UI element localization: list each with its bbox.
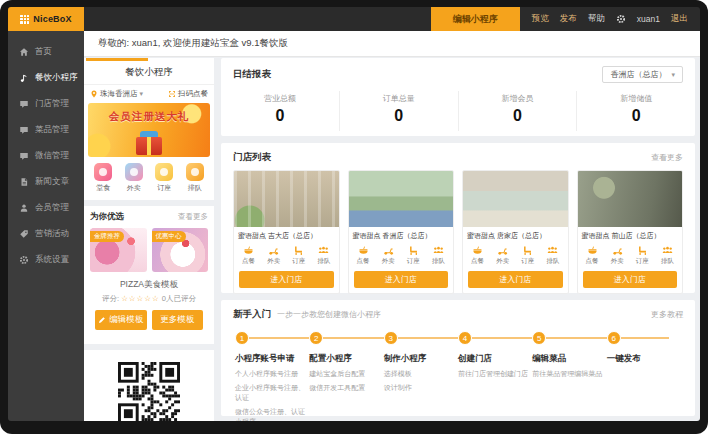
scan-order-button[interactable]: 扫码点餐 <box>168 89 208 99</box>
sidebar-item-news-articles[interactable]: 新闻文章 <box>8 169 84 195</box>
service-queue[interactable]: 排队 <box>432 245 445 266</box>
enter-store-button[interactable]: 进入门店 <box>354 271 449 288</box>
sidebar-item-label: 营销活动 <box>35 228 69 240</box>
sidebar-item-dish-management[interactable]: 菜品管理 <box>8 117 84 143</box>
gift-box-icon <box>136 137 162 155</box>
sidebar-item-store-management[interactable]: 门店管理 <box>8 91 84 117</box>
edit-miniprogram-button[interactable]: 编辑小程序 <box>431 7 520 31</box>
nav-dine-in[interactable]: 堂食 <box>94 163 112 193</box>
nav-label: 订座 <box>157 183 171 193</box>
sidebar-item-home[interactable]: 首页 <box>8 39 84 65</box>
publish-link[interactable]: 发布 <box>560 13 577 25</box>
sidebar: 首页 餐饮小程序 门店管理 菜品管理 微信管理 新闻文章 会员管理 营销活动 系… <box>8 31 84 421</box>
more-tutorials-link[interactable]: 更多教程 <box>651 309 683 320</box>
step-title: 配置小程序 <box>309 353 383 365</box>
service-reserve[interactable]: 订座 <box>292 245 305 266</box>
service-order[interactable]: 点餐 <box>471 245 484 266</box>
sidebar-item-marketing[interactable]: 营销活动 <box>8 221 84 247</box>
gear-icon[interactable] <box>616 14 626 24</box>
sidebar-item-label: 菜品管理 <box>35 124 69 136</box>
service-takeout[interactable]: 外卖 <box>611 245 624 266</box>
picks-more-link[interactable]: 查看更多 <box>178 212 208 222</box>
enter-store-button[interactable]: 进入门店 <box>239 271 334 288</box>
news-icon <box>19 177 29 187</box>
username[interactable]: xuan1 <box>637 14 660 24</box>
store-card: 蜜语甜点 吉大店（总店） 点餐 外卖 订座 排队 进入门店 <box>233 170 340 294</box>
step-item[interactable]: 前往菜品管理编辑菜品 <box>532 369 606 379</box>
sidebar-item-restaurant-miniprogram[interactable]: 餐饮小程序 <box>8 65 84 91</box>
step-item[interactable]: 企业小程序账号注册、认证 <box>235 383 309 403</box>
step-title: 小程序账号申请 <box>235 353 309 365</box>
service-reserve[interactable]: 订座 <box>407 245 420 266</box>
store-card: 蜜语甜点 唐家店（总店） 点餐 外卖 订座 排队 进入门店 <box>462 170 569 294</box>
service-queue[interactable]: 排队 <box>661 245 674 266</box>
getting-started-card: 新手入门一步一步教您创建微信小程序 更多教程 1 小程序账号申请 个人小程序账号… <box>221 300 695 416</box>
star-icons[interactable]: ☆☆☆☆☆ <box>121 294 160 303</box>
service-reserve[interactable]: 订座 <box>636 245 649 266</box>
step-item[interactable]: 设计制作 <box>384 383 458 393</box>
preview-link[interactable]: 预览 <box>532 13 549 25</box>
chevron-down-icon: ▾ <box>671 71 675 79</box>
service-order[interactable]: 点餐 <box>586 245 599 266</box>
grid-icon <box>20 15 29 24</box>
nav-takeout[interactable]: 外卖 <box>125 163 143 193</box>
service-order[interactable]: 点餐 <box>242 245 255 266</box>
service-takeout[interactable]: 外卖 <box>496 245 509 266</box>
step-item[interactable]: 建站宝盒后台配置 <box>309 369 383 379</box>
store-name: 蜜语甜点 唐家店（总店） <box>463 227 568 243</box>
store-location-selector[interactable]: 珠海香洲店 ▾ <box>90 89 143 99</box>
nav-label: 外卖 <box>127 183 141 193</box>
sidebar-item-label: 微信管理 <box>35 150 69 162</box>
store-name: 蜜语甜点 香洲店（总店） <box>349 227 454 243</box>
nav-label: 堂食 <box>96 183 110 193</box>
chevron-down-icon: ▾ <box>140 90 144 98</box>
help-link[interactable]: 帮助 <box>588 13 605 25</box>
seat-icon <box>637 245 648 256</box>
sidebar-item-label: 门店管理 <box>35 98 69 110</box>
app-window: NiceBoX 编辑小程序 预览 发布 帮助 xuan1 退出 首页 餐饮小程序… <box>8 7 700 421</box>
sidebar-item-member-management[interactable]: 会员管理 <box>8 195 84 221</box>
step-item[interactable]: 微信公众号注册、认证小程序 <box>235 407 309 421</box>
service-queue[interactable]: 排队 <box>546 245 559 266</box>
sidebar-item-wechat-management[interactable]: 微信管理 <box>8 143 84 169</box>
more-templates-button[interactable]: 更多模板 <box>152 310 204 330</box>
scooter-icon <box>497 245 508 256</box>
step-item[interactable]: 前往门店管理创建门店 <box>458 369 532 379</box>
store-select-dropdown[interactable]: 香洲店（总店） ▾ <box>602 66 683 83</box>
store-icon <box>19 99 29 109</box>
service-takeout[interactable]: 外卖 <box>382 245 395 266</box>
stores-more-link[interactable]: 查看更多 <box>651 152 683 163</box>
scooter-icon <box>612 245 623 256</box>
brand-logo[interactable]: NiceBoX <box>8 7 84 31</box>
service-queue[interactable]: 排队 <box>317 245 330 266</box>
service-order[interactable]: 点餐 <box>357 245 370 266</box>
scooter-icon <box>383 245 394 256</box>
miniprogram-icon <box>19 73 29 83</box>
edit-template-button[interactable]: 编辑模板 <box>95 310 147 330</box>
logout-link[interactable]: 退出 <box>671 13 688 25</box>
step-title: 一键发布 <box>607 353 681 365</box>
rating-count: 0人已评分 <box>162 294 196 303</box>
enter-store-button[interactable]: 进入门店 <box>583 271 678 288</box>
nav-queue[interactable]: 排队 <box>186 163 204 193</box>
sidebar-item-settings[interactable]: 系统设置 <box>8 247 84 273</box>
promo-banner[interactable]: 会员注册送大礼 <box>88 103 210 157</box>
step-item[interactable]: 选择模板 <box>384 369 458 379</box>
store-photo <box>463 171 568 227</box>
queue-icon <box>318 245 329 256</box>
pick-image-1[interactable]: 金牌推荐 <box>90 228 147 272</box>
sidebar-item-label: 系统设置 <box>35 254 69 266</box>
pick-image-2[interactable]: 优惠中心 <box>152 228 209 272</box>
step-number-badge: 3 <box>384 331 398 345</box>
nav-reservation[interactable]: 订座 <box>155 163 173 193</box>
step-item[interactable]: 个人小程序账号注册 <box>235 369 309 379</box>
enter-store-button[interactable]: 进入门店 <box>468 271 563 288</box>
sidebar-item-label: 会员管理 <box>35 202 69 214</box>
picks-title: 为你优选 <box>90 211 124 223</box>
queue-icon <box>662 245 673 256</box>
rating-label: 评分: <box>102 294 119 303</box>
service-reserve[interactable]: 订座 <box>521 245 534 266</box>
settings-icon <box>19 255 29 265</box>
step-item[interactable]: 微信开发工具配置 <box>309 383 383 393</box>
service-takeout[interactable]: 外卖 <box>267 245 280 266</box>
